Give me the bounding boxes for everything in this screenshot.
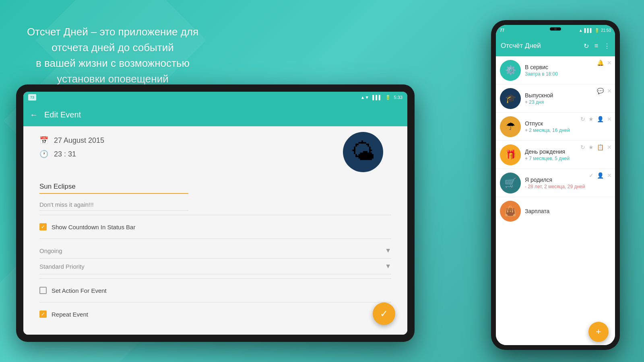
header-line2: в вашей жизни с возможностью установки о… (24, 56, 201, 87)
event-avatar-icon: 🌤 (351, 140, 375, 164)
phone-time: 21:50 (601, 28, 611, 33)
event-icon-service: ⚙️ (500, 60, 521, 81)
repeat-event-checkbox[interactable]: ✓ (39, 311, 47, 318)
ongoing-dropdown-row[interactable]: Ongoing ▼ (39, 243, 391, 259)
alarm-icon[interactable]: 🔔 (597, 60, 604, 66)
form-divider-1 (39, 215, 391, 215)
close-icon[interactable]: ✕ (607, 88, 612, 94)
event-subtitle-birthday: + 7 месяцев, 5 дней (525, 156, 607, 161)
tablet-toolbar-title: Edit Event (44, 110, 81, 119)
event-subtitle-vacation: + 2 месяца, 16 дней (525, 128, 607, 133)
date-time-fields: 📅 27 August 2015 🕐 23 : 31 (39, 136, 104, 158)
repeat-icon[interactable]: ↻ (580, 116, 585, 122)
set-action-label: Set Action For Event (52, 287, 107, 294)
tablet-signal-icon: 73 (28, 94, 36, 101)
event-name-section (39, 180, 391, 194)
star-icon[interactable]: ★ (588, 144, 594, 150)
events-list: ⚙️ В сервис Завтра в 18:00 🔔 ✕ 🎓 Выпускн… (496, 56, 615, 345)
event-name-input[interactable] (39, 180, 188, 194)
event-actions-service: 🔔 ✕ (597, 60, 612, 66)
event-avatar: 🌤 (343, 132, 383, 172)
show-countdown-row[interactable]: ✓ Show Countdown In Status Bar (39, 223, 391, 230)
event-name-service: В сервис (525, 64, 607, 70)
edit-event-form: 📅 27 August 2015 🕐 23 : 31 🌤 (23, 126, 407, 335)
message-icon[interactable]: 💬 (597, 88, 604, 94)
show-countdown-checkbox[interactable]: ✓ (39, 223, 47, 230)
phone-signal-number: 77 (500, 28, 504, 33)
tablet-fab-button[interactable]: ✓ (373, 302, 395, 325)
list-item[interactable]: 🎁 День рождения + 7 месяцев, 5 дней ↻ ★ … (496, 141, 615, 169)
baby-icon: 🛒 (504, 177, 516, 189)
ongoing-label: Ongoing (39, 247, 62, 254)
tablet-toolbar: ← Edit Event (23, 103, 407, 126)
star-icon[interactable]: ★ (588, 116, 594, 122)
repeat-event-row[interactable]: ✓ Repeat Event (39, 311, 391, 318)
show-countdown-label: Show Countdown In Status Bar (52, 224, 135, 230)
close-icon[interactable]: ✕ (607, 116, 612, 122)
time-value: 23 : 31 (54, 150, 76, 158)
set-action-checkbox[interactable] (39, 287, 47, 294)
event-description-input[interactable] (39, 199, 188, 211)
filter-button[interactable]: ≡ (594, 42, 598, 49)
clock-icon: 🕐 (39, 150, 48, 158)
list-item[interactable]: ☂ Отпуск + 2 месяца, 16 дней ↻ ★ 👤 ✕ (496, 113, 615, 141)
time-field-row: 🕐 23 : 31 (39, 150, 104, 158)
calendar-icon: 📅 (39, 136, 48, 145)
person-icon[interactable]: 👤 (597, 172, 604, 179)
list-item[interactable]: 👜 Зарплата (496, 197, 615, 225)
event-actions-birthday: ↻ ★ 📋 ✕ (580, 144, 612, 150)
event-icon-vacation: ☂ (500, 116, 521, 137)
tablet-status-right: ▲▼ ▌▌▌ 🔋 5:33 (360, 95, 402, 100)
list-item[interactable]: 🛒 Я родился - 28 лет, 2 месяца, 29 дней … (496, 169, 615, 197)
add-event-button[interactable]: + (588, 322, 609, 342)
event-actions-born: ✓ 👤 ✕ (589, 172, 612, 179)
repeat-icon[interactable]: ↻ (580, 144, 585, 150)
event-actions-graduation: 💬 ✕ (597, 88, 612, 94)
check-icon[interactable]: ✓ (589, 172, 594, 179)
tablet-outer-frame: 73 ▲▼ ▌▌▌ 🔋 5:33 ← Edit Event (16, 84, 415, 342)
tablet-fab-icon: ✓ (380, 308, 388, 319)
phone-signal-icon: ▌▌▌ (584, 28, 593, 33)
tablet-signal-bars: ▌▌▌ (372, 95, 382, 100)
event-icon-birthday: 🎁 (500, 144, 521, 165)
list-item[interactable]: 🎓 Выпускной + 23 дня 💬 ✕ (496, 84, 615, 113)
form-divider-2 (39, 239, 391, 239)
repeat-event-label: Repeat Event (52, 311, 88, 318)
tablet-wifi-icon: ▲▼ (360, 95, 369, 100)
list-item[interactable]: ⚙️ В сервис Завтра в 18:00 🔔 ✕ (496, 56, 615, 84)
clipboard-icon[interactable]: 📋 (597, 144, 604, 150)
event-icon-salary: 👜 (500, 201, 521, 222)
date-time-avatar-section: 📅 27 August 2015 🕐 23 : 31 🌤 (39, 136, 391, 172)
back-button[interactable]: ← (30, 110, 38, 119)
tablet-screen: 73 ▲▼ ▌▌▌ 🔋 5:33 ← Edit Event (23, 92, 407, 335)
header-line1: Отсчет Дней – это приложение для отсчета… (24, 24, 201, 56)
tablet-battery-icon: 🔋 (385, 95, 391, 100)
tablet-status-left: 73 (28, 94, 36, 101)
add-icon: + (596, 327, 601, 337)
phone-device: 77 ▲ ▌▌▌ 🔋 21:50 Отсчёт Дней ↻ ≡ ⋮ (491, 20, 620, 350)
ongoing-dropdown-arrow: ▼ (385, 247, 391, 254)
phone-screen: 77 ▲ ▌▌▌ 🔋 21:50 Отсчёт Дней ↻ ≡ ⋮ (496, 25, 615, 345)
tablet-status-bar: 73 ▲▼ ▌▌▌ 🔋 5:33 (23, 92, 407, 103)
refresh-button[interactable]: ↻ (584, 42, 589, 50)
form-divider-3 (39, 278, 391, 279)
phone-toolbar: Отсчёт Дней ↻ ≡ ⋮ (496, 35, 615, 56)
event-description-section (39, 199, 391, 211)
phone-battery-icon: 🔋 (594, 28, 599, 33)
tablet-device: 73 ▲▼ ▌▌▌ 🔋 5:33 ← Edit Event (16, 84, 415, 342)
close-icon[interactable]: ✕ (607, 60, 612, 66)
priority-dropdown-arrow: ▼ (385, 263, 391, 270)
salary-icon: 👜 (504, 206, 516, 217)
close-icon[interactable]: ✕ (607, 172, 612, 179)
priority-label: Standard Priority (39, 263, 85, 270)
person-icon[interactable]: 👤 (597, 116, 604, 122)
tablet-time: 5:33 (394, 95, 402, 100)
event-info-salary: Зарплата (521, 208, 611, 214)
set-action-row[interactable]: Set Action For Event (39, 287, 391, 294)
priority-dropdown-row[interactable]: Standard Priority ▼ (39, 259, 391, 274)
more-menu-button[interactable]: ⋮ (604, 42, 610, 50)
event-subtitle-graduation: + 23 дня (525, 99, 607, 105)
event-icon-graduation: 🎓 (500, 88, 521, 109)
close-icon[interactable]: ✕ (607, 144, 612, 150)
umbrella-icon: ☂ (506, 120, 515, 133)
